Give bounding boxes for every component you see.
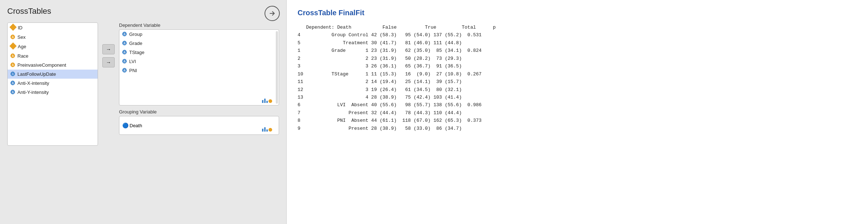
list-item[interactable]: 🅐PreinvasiveComponent — [8, 61, 98, 70]
scrollbar[interactable] — [276, 31, 278, 104]
dep-list-item[interactable]: 🅐Group — [119, 30, 279, 39]
diamond-icon — [9, 42, 17, 50]
dep-list-item[interactable]: 🅐TStage — [119, 48, 279, 57]
navigate-button[interactable] — [265, 6, 280, 21]
dep-var-icon: 🅐 — [122, 32, 127, 37]
chart-icon — [262, 99, 272, 103]
grouping-chart-icon — [262, 127, 272, 132]
crosstable-data: Dependent: Death False True Total p 4 Gr… — [298, 24, 857, 132]
var-item-label: ID — [18, 25, 22, 30]
grouping-var-name: Death — [130, 123, 142, 128]
bar2 — [264, 127, 266, 132]
var-item-label: Age — [18, 44, 26, 49]
panel-title: CrossTables — [7, 7, 51, 16]
person-orange-icon: 🅐 — [11, 53, 15, 59]
dep-var-icon: 🅐 — [122, 41, 127, 46]
dep-var-icon: 🅐 — [122, 50, 127, 55]
crosstable-title: CrossTable FinalFit — [298, 9, 857, 17]
list-item[interactable]: 🅐Sex — [8, 33, 98, 42]
right-panel: CrossTable FinalFit Dependent: Death Fal… — [287, 0, 868, 224]
list-item[interactable]: ID — [8, 23, 98, 33]
list-item[interactable]: Age — [8, 42, 98, 51]
bar1 — [262, 100, 263, 103]
dep-list-item[interactable]: 🅐Grade — [119, 39, 279, 48]
target-variable-section: Dependent Variable 🅐Group🅐Grade🅐TStage🅐L… — [119, 22, 279, 135]
var-item-label: LastFollowUpDate — [17, 71, 56, 77]
dep-var-label: TStage — [129, 50, 144, 55]
list-item[interactable]: 🅐LastFollowUpDate — [8, 70, 98, 79]
dep-var-label: LVI — [129, 59, 136, 64]
bar3 — [266, 101, 268, 103]
source-variable-list[interactable]: ID🅐SexAge🅐Race🅐PreinvasiveComponent🅐Last… — [7, 22, 98, 146]
dep-var-icon: 🅐 — [122, 59, 127, 64]
dep-var-label: Grade — [129, 41, 142, 46]
var-item-label: Race — [17, 53, 28, 59]
dep-var-label: PNI — [129, 68, 137, 73]
person-blue-icon: 🅐 — [11, 71, 15, 77]
variables-section: ID🅐SexAge🅐Race🅐PreinvasiveComponent🅐Last… — [7, 22, 279, 217]
grouping-variable-label: Grouping Variable 🔵 Death — [119, 109, 279, 135]
person-orange-icon: 🅐 — [11, 34, 15, 40]
list-item[interactable]: 🅐Anti-X-intensity — [8, 79, 98, 88]
left-panel: CrossTables ID🅐SexAge🅐Race🅐PreinvasiveCo… — [0, 0, 287, 224]
var-item-label: Anti-X-intensity — [17, 80, 49, 86]
grouping-variable-box[interactable]: 🔵 Death — [119, 116, 279, 135]
bar2 — [264, 99, 266, 103]
dep-list-item[interactable]: 🅐LVI — [119, 57, 279, 66]
list-item[interactable]: 🅐Race — [8, 51, 98, 61]
transfer-dependent-button[interactable]: → — [102, 44, 115, 54]
dep-list-item[interactable]: 🅐PNI — [119, 66, 279, 75]
grouping-var-icon: 🔵 — [122, 123, 128, 128]
transfer-arrows: → → — [102, 22, 115, 67]
person-blue-icon: 🅐 — [11, 80, 15, 86]
dep-var-icon: 🅐 — [122, 68, 127, 73]
list-item[interactable]: 🅐Anti-Y-intensity — [8, 88, 98, 97]
person-blue-icon: 🅐 — [11, 90, 15, 95]
diamond-icon — [9, 24, 17, 31]
transfer-grouping-button[interactable]: → — [102, 57, 115, 67]
dependent-variable-label: Dependent Variable 🅐Group🅐Grade🅐TStage🅐L… — [119, 22, 279, 105]
bar3 — [266, 129, 268, 132]
bar1 — [262, 129, 263, 132]
dot-icon — [269, 128, 272, 132]
dependent-variable-list[interactable]: 🅐Group🅐Grade🅐TStage🅐LVI🅐PNI — [119, 29, 279, 105]
person-orange-icon: 🅐 — [11, 62, 15, 68]
var-item-label: PreinvasiveComponent — [17, 62, 66, 68]
var-item-label: Anti-Y-intensity — [17, 90, 49, 95]
dot-icon — [269, 99, 272, 103]
var-item-label: Sex — [17, 34, 25, 40]
dep-var-label: Group — [129, 32, 142, 37]
